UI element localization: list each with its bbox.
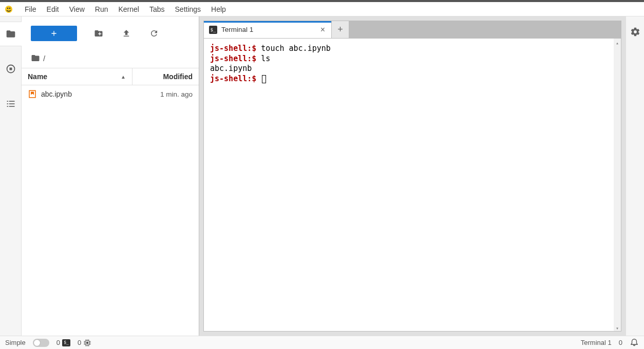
menu-view[interactable]: View	[64, 3, 90, 15]
activity-bar	[0, 16, 22, 336]
column-name-label: Name	[28, 72, 47, 81]
work-area: $_ Terminal 1 × + ▴ ▾ js-shell:$ touch a…	[199, 16, 626, 336]
terminal-prompt: js-shell:$	[210, 44, 256, 53]
status-count-b: 0	[78, 339, 81, 346]
breadcrumb-root[interactable]: /	[43, 54, 45, 63]
status-bar: Simple 0 $_ 0 Terminal 1 0	[0, 336, 644, 349]
notification-bell-icon[interactable]	[630, 337, 639, 348]
simple-mode-toggle[interactable]	[33, 339, 49, 347]
new-launcher-button[interactable]	[31, 26, 77, 41]
add-tab-button[interactable]: +	[332, 21, 349, 38]
terminal-prompt: js-shell:$	[210, 54, 256, 63]
tab-terminal-1[interactable]: $_ Terminal 1 ×	[203, 21, 332, 38]
tab-label: Terminal 1	[221, 26, 253, 33]
svg-point-2	[9, 7, 11, 9]
svg-rect-7	[7, 103, 8, 104]
menu-file[interactable]: File	[20, 3, 42, 15]
scroll-up-icon[interactable]: ▴	[615, 40, 620, 45]
status-count-a: 0	[56, 339, 60, 346]
svg-rect-4	[9, 68, 12, 70]
svg-rect-8	[9, 103, 14, 104]
refresh-button[interactable]	[148, 27, 160, 40]
activity-toc[interactable]	[0, 91, 22, 116]
notebook-icon	[28, 89, 37, 99]
kernel-chip-icon	[83, 339, 91, 347]
property-inspector-button[interactable]	[630, 27, 640, 39]
upload-icon	[122, 29, 131, 38]
refresh-icon	[149, 29, 159, 38]
menu-run[interactable]: Run	[90, 3, 113, 15]
new-folder-icon	[94, 29, 103, 38]
terminal-content[interactable]: ▴ ▾ js-shell:$ touch abc.ipynbjs-shell:$…	[203, 38, 621, 332]
gears-icon	[630, 27, 640, 37]
svg-point-1	[7, 7, 9, 9]
file-modified: 1 min. ago	[160, 90, 193, 98]
menu-edit[interactable]: Edit	[42, 3, 64, 15]
scroll-down-icon[interactable]: ▾	[615, 325, 620, 330]
svg-rect-13	[86, 342, 88, 344]
folder-icon	[31, 53, 40, 63]
status-right-count: 0	[619, 339, 622, 346]
menu-bar: File Edit View Run Kernel Tabs Settings …	[0, 2, 644, 16]
tab-bar: $_ Terminal 1 × +	[203, 21, 621, 38]
status-kernels[interactable]: 0	[78, 339, 91, 347]
file-list-header: Name ▲ Modified	[22, 68, 199, 85]
activity-running[interactable]	[0, 57, 22, 81]
svg-rect-10	[9, 106, 14, 107]
terminal-line: js-shell:$ touch abc.ipynb	[210, 44, 615, 54]
terminal-line: js-shell:$ ls	[210, 54, 615, 64]
svg-rect-6	[9, 101, 14, 102]
svg-rect-5	[7, 101, 8, 102]
breadcrumb[interactable]: /	[22, 48, 199, 68]
plus-icon	[50, 29, 58, 38]
tab-close-button[interactable]: ×	[319, 26, 326, 34]
terminal-line: abc.ipynb	[210, 64, 615, 74]
file-browser-panel: / Name ▲ Modified abc.ipynb 1 min. ago	[22, 16, 199, 336]
svg-point-0	[5, 6, 12, 13]
jupyter-logo-icon	[4, 5, 13, 14]
status-active-tab: Terminal 1	[581, 339, 612, 346]
terminal-line: js-shell:$	[210, 74, 615, 84]
file-row[interactable]: abc.ipynb 1 min. ago	[22, 85, 199, 103]
svg-rect-11	[29, 90, 35, 98]
menu-kernel[interactable]: Kernel	[113, 3, 144, 15]
file-name: abc.ipynb	[41, 90, 160, 98]
simple-mode-label: Simple	[5, 339, 26, 346]
right-sidebar	[626, 16, 644, 336]
file-browser-toolbar	[22, 16, 199, 48]
terminal-cursor	[262, 75, 266, 83]
menu-help[interactable]: Help	[206, 3, 231, 15]
terminal-icon: $_	[209, 26, 217, 34]
sort-asc-icon: ▲	[121, 74, 126, 80]
column-name[interactable]: Name ▲	[22, 68, 132, 85]
svg-rect-9	[7, 106, 8, 107]
main-area: / Name ▲ Modified abc.ipynb 1 min. ago $…	[0, 16, 644, 336]
menu-tabs[interactable]: Tabs	[144, 3, 170, 15]
terminal-prompt: js-shell:$	[210, 74, 256, 83]
upload-button[interactable]	[120, 27, 132, 40]
column-modified[interactable]: Modified	[132, 68, 199, 85]
activity-file-browser[interactable]	[0, 22, 22, 46]
terminal-scrollbar[interactable]: ▴ ▾	[614, 39, 621, 331]
menu-settings[interactable]: Settings	[170, 3, 206, 15]
terminal-small-icon: $_	[62, 339, 70, 346]
new-folder-button[interactable]	[92, 27, 105, 40]
status-terminals[interactable]: 0 $_	[56, 339, 70, 346]
